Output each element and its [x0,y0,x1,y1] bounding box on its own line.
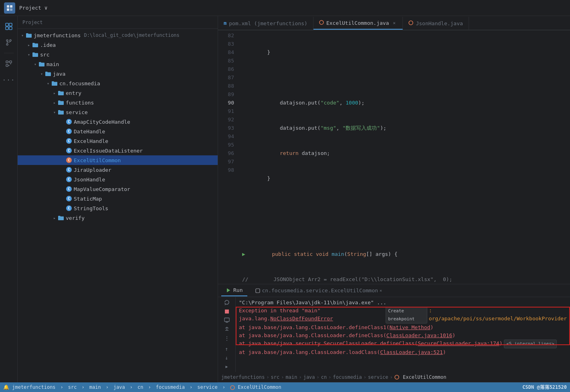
svg-rect-6 [6,27,8,30]
ln-95: 95 [218,141,234,149]
git-button[interactable] [2,35,16,50]
code-line-86: return datajson; [242,149,565,157]
output-error-text: Exception in thread "main" java.lang.NoC… [239,307,384,323]
excel-util-arrow [59,157,66,163]
ln-96: 96 [218,149,234,157]
StaticMap-file[interactable]: C StaticMap [18,194,218,203]
status-class: ExcelUtilCommon [230,384,281,390]
tab-pom[interactable]: m pom.xml (jmeterfunctions) [218,17,313,30]
java-label: java [53,71,65,77]
project-view-button[interactable] [2,19,16,34]
main-folder-icon [38,61,45,67]
status-cn: cn [137,384,143,390]
scroll-down-button[interactable]: ↓ [222,354,231,361]
output-line-error: Exception in thread "main" java.lang.NoC… [239,307,567,324]
left-icon-sidebar: ··· [0,16,18,382]
snapshot-button[interactable] [222,317,231,324]
ExcelHandle-file[interactable]: C ExcelHandle [18,136,218,146]
JsonHandle-file[interactable]: C JsonHandle [18,175,218,184]
idea-folder[interactable]: .idea [18,40,218,50]
json-tab-icon [408,20,413,26]
service-folder-icon [58,109,64,115]
scroll-up-button[interactable]: ↑ [222,345,231,352]
root-path: D:\local_git_code\jmeterfunctions [84,32,179,38]
run-arrow-90[interactable]: ▶ [242,250,245,258]
breadcrumb-class[interactable]: ExcelUtilCommon [394,374,447,380]
status-sep-4: › [130,384,133,390]
MapValueComparator-file[interactable]: C MapValueComparator [18,184,218,194]
run-config-close[interactable]: ✕ [380,288,382,293]
ln-92: 92 [218,115,234,124]
rerun-button[interactable] [222,299,231,306]
excel-issue-label: ExcelIssueDataListener [74,148,143,154]
run-tab[interactable]: Run [221,285,247,296]
breadcrumb-cn[interactable]: cn [321,374,327,380]
project-title[interactable]: Project ∨ [19,5,47,11]
bottom-panel: Run cn.focusmedia.service.ExcelUtilCommo… [218,284,570,372]
code-line-84: datajson.put("code", 1000); [242,99,565,107]
breadcrumb-jmeterfunctions[interactable]: jmeterfunctions [221,374,265,380]
svg-point-9 [10,40,11,41]
breadcrumb-java[interactable]: java [303,374,315,380]
svg-rect-18 [225,310,229,314]
JiraUploader-file[interactable]: C JiraUploader [18,165,218,175]
AmapCityCodeHandle-file[interactable]: C AmapCityCodeHandle [18,117,218,127]
pin-tab-button[interactable] [222,326,231,333]
functions-label: functions [66,100,94,106]
java-arrow [38,70,45,77]
sep-2: › [281,374,284,380]
tab-json[interactable]: JsonHandle.java [403,17,469,30]
amap-icon: C [66,119,72,125]
create-breakpoint-hint[interactable]: Create breakpoint [386,307,427,324]
StringTools-file[interactable]: C StringTools [18,203,218,213]
amap-arrow [59,119,66,125]
breadcrumb-service[interactable]: service [368,374,388,380]
expand-button[interactable]: ▶ [222,363,231,370]
code-content[interactable]: } datajson.put("code", 1000); datajson.p… [237,30,570,284]
sep-1: › [266,374,269,380]
excel-util-label: ExcelUtilCommon [74,157,121,163]
functions-folder[interactable]: functions [18,98,218,107]
svg-rect-0 [7,5,9,8]
output-stacktrace-1: at java.base/java.lang.ClassLoader.defin… [239,324,433,332]
breadcrumb-src[interactable]: src [271,374,280,380]
ln-93: 93 [218,124,234,132]
run-output-content[interactable]: "C:\Program Files\Java\jdk-11\bin\java.e… [236,297,570,358]
tab-excel-close[interactable]: ✕ [391,20,397,26]
stop-button[interactable] [222,308,231,315]
DateHandle-file[interactable]: C DateHandle [18,127,218,136]
main-folder[interactable]: main [18,59,218,69]
ln-86: 86 [218,65,234,73]
more-options-button[interactable]: ⋮ [222,335,231,342]
ExcelUtilCommon-file[interactable]: C ExcelUtilCommon [18,155,218,165]
code-editor[interactable]: 82 83 84 85 86 87 88 89 90 91 92 93 94 9… [218,30,570,284]
status-sep-6: › [190,384,192,390]
verify-arrow [51,215,58,221]
csdn-watermark: CSDN @落落521520 [522,384,567,391]
status-sep-5: › [148,384,151,390]
idea-arrow [26,42,32,48]
entry-label: entry [66,90,81,96]
ln-90: 90 [218,99,234,107]
output-line-3: at java.base/java.lang.ClassLoader.defin… [239,324,567,332]
verify-folder[interactable]: verify [18,213,218,223]
string-arrow [59,205,66,211]
output-stacktrace-4: at java.base/java.lang.ClassLoader.loadC… [239,348,446,356]
breadcrumb-main[interactable]: main [286,374,297,380]
src-folder[interactable]: src [18,50,218,59]
ln-88: 88 [218,82,234,90]
java-folder[interactable]: java [18,69,218,78]
service-folder[interactable]: service [18,107,218,117]
breadcrumb-focusmedia[interactable]: focusmedia [333,374,362,380]
run-config-tab[interactable]: cn.focusmedia.service.ExcelUtilCommon ✕ [251,285,387,296]
static-label: StaticMap [74,196,102,202]
ExcelIssueDataListener-file[interactable]: C ExcelIssueDataListener [18,146,218,155]
tab-excel[interactable]: ExcelUtilCommon.java ✕ [313,17,403,30]
more-tools-button[interactable]: ··· [2,72,16,87]
structure-button[interactable] [2,56,16,71]
tree-root[interactable]: jmeterfunctions D:\local_git_code\jmeter… [18,30,218,40]
verify-folder-icon [58,215,64,221]
entry-folder[interactable]: entry [18,88,218,98]
idea-label: .idea [40,42,56,48]
cn-focusmedia-folder[interactable]: cn.focusmedia [18,78,218,88]
